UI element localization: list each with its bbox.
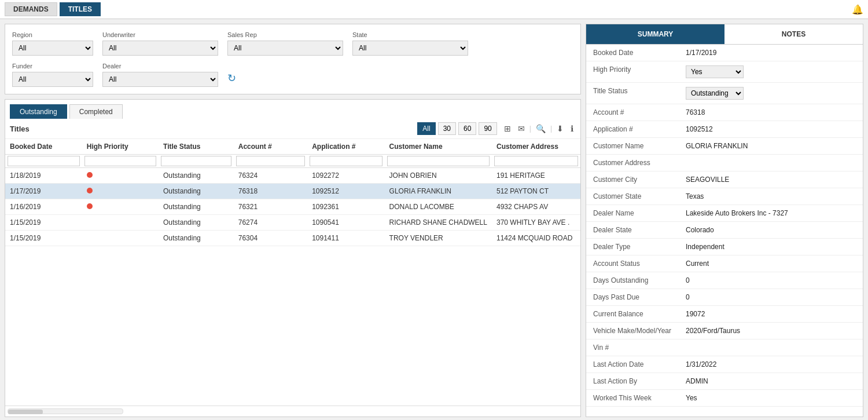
horizontal-scrollbar[interactable] [8, 408, 123, 414]
cell-high-priority [82, 199, 159, 215]
summary-field-label: Title Status [593, 87, 686, 95]
summary-field-label: Account # [593, 108, 686, 116]
summary-field-label: Booked Date [593, 49, 686, 57]
filter-group-region: Region All [12, 31, 93, 56]
table-row[interactable]: 1/18/2019Outstanding763241092272JOHN OBR… [5, 168, 580, 184]
table-toolbar: Titles All 30 60 90 ⊞ ✉ | 🔍 | ⬇ ℹ [5, 119, 580, 139]
cell-booked-date: 1/17/2019 [5, 184, 82, 199]
priority-dot [87, 188, 93, 193]
table-body: 1/18/2019Outstanding763241092272JOHN OBR… [5, 168, 580, 246]
info-icon[interactable]: ℹ [568, 123, 576, 134]
summary-row: Booked Date1/17/2019 [586, 45, 863, 61]
filter-booked-date[interactable] [8, 156, 80, 166]
cell-customer-address: 512 PAYTON CT [492, 184, 580, 199]
tab-outstanding[interactable]: Outstanding [10, 104, 67, 119]
tab-completed[interactable]: Completed [69, 104, 123, 119]
column-filters [5, 155, 580, 168]
summary-field-value: 1/31/2022 [686, 360, 856, 368]
table-row[interactable]: 1/17/2019Outstanding763181092512GLORIA F… [5, 184, 580, 199]
summary-row: Dealer TypeIndependent [586, 239, 863, 255]
cell-application-num: 1092272 [307, 168, 384, 184]
col-application-num: Application # [307, 139, 384, 155]
region-select[interactable]: All [12, 41, 93, 56]
cell-title-status: Outstanding [159, 231, 234, 246]
cell-application-num: 1092361 [307, 199, 384, 215]
table-row[interactable]: 1/15/2019Outstanding762741090541RICHARD … [5, 215, 580, 231]
filter-60-btn[interactable]: 60 [458, 122, 476, 135]
filter-30-btn[interactable]: 30 [438, 122, 456, 135]
export-icon[interactable]: ✉ [516, 123, 527, 134]
cell-high-priority [82, 231, 159, 246]
summary-field-value: Texas [686, 192, 856, 200]
summary-select-title-status[interactable]: OutstandingCompleted [686, 87, 744, 100]
refresh-button[interactable]: ↻ [227, 72, 236, 87]
nav-tabs: DEMANDS TITLES [5, 2, 101, 16]
region-label: Region [12, 31, 93, 38]
scrollbar-thumb [8, 410, 43, 414]
priority-dot [87, 172, 93, 178]
column-headers: Booked Date High Priority Title Status A… [5, 139, 580, 155]
underwriter-select[interactable]: All [102, 41, 218, 56]
salesrep-select[interactable]: All [227, 41, 343, 56]
tab-demands[interactable]: DEMANDS [5, 2, 57, 16]
table-section: Outstanding Completed Titles All 30 60 9… [5, 99, 581, 417]
table-row[interactable]: 1/15/2019Outstanding763041091411TROY VEN… [5, 231, 580, 246]
dealer-select[interactable]: All [102, 72, 218, 87]
underwriter-label: Underwriter [102, 31, 218, 38]
summary-field-value: 2020/Ford/Taurus [686, 327, 856, 335]
funder-select[interactable]: All [12, 72, 93, 87]
summary-field-label: Days Past Due [593, 293, 686, 301]
cell-account-num: 76274 [234, 215, 307, 231]
filter-box: Region All Underwriter All Sales Rep All [5, 24, 581, 94]
summary-field-label: Application # [593, 125, 686, 133]
summary-field-label: Days Outstanding [593, 276, 686, 284]
filter-application-num[interactable] [310, 156, 382, 166]
filter-90-btn[interactable]: 90 [479, 122, 496, 135]
cell-title-status: Outstanding [159, 184, 234, 199]
filter-account-num[interactable] [236, 156, 305, 166]
main-layout: Region All Underwriter All Sales Rep All [0, 19, 868, 420]
filter-all-btn[interactable]: All [417, 122, 435, 135]
filter-customer-name[interactable] [387, 156, 490, 166]
filter-title-status[interactable] [161, 156, 231, 166]
summary-row: Days Past Due0 [586, 289, 863, 306]
tab-titles[interactable]: TITLES [60, 2, 101, 16]
summary-field-label: Current Balance [593, 310, 686, 318]
filter-high-priority[interactable] [84, 156, 156, 166]
cell-account-num: 76318 [234, 184, 307, 199]
table-title: Titles [10, 125, 30, 133]
search-icon[interactable]: 🔍 [534, 123, 548, 134]
filter-customer-address[interactable] [494, 156, 578, 166]
columns-icon[interactable]: ⊞ [502, 123, 513, 134]
summary-row: Days Outstanding0 [586, 272, 863, 289]
summary-field-label: Customer State [593, 192, 686, 200]
state-label: State [352, 31, 468, 38]
summary-tabs: SUMMARY NOTES [586, 24, 863, 45]
summary-row: Customer NameGLORIA FRANKLIN [586, 138, 863, 155]
summary-row: Account StatusCurrent [586, 255, 863, 272]
summary-select-high-priority[interactable]: YesNo [686, 65, 744, 78]
summary-row: Customer Address [586, 155, 863, 171]
cell-booked-date: 1/18/2019 [5, 168, 82, 184]
cell-account-num: 76321 [234, 199, 307, 215]
cell-customer-name: JOHN OBRIEN [385, 168, 492, 184]
summary-body: Booked Date1/17/2019High PriorityYesNoTi… [586, 45, 863, 417]
summary-row: Dealer NameLakeside Auto Brokers Inc - 7… [586, 205, 863, 222]
tab-summary[interactable]: SUMMARY [586, 24, 724, 44]
summary-field-value: 0 [686, 293, 856, 301]
summary-field-label: Dealer State [593, 226, 686, 234]
summary-field-label: Dealer Name [593, 209, 686, 217]
cell-customer-address: 370 WHITLY BAY AVE . [492, 215, 580, 231]
tab-notes[interactable]: NOTES [724, 24, 863, 44]
summary-row: Current Balance19072 [586, 306, 863, 323]
table-row[interactable]: 1/16/2019Outstanding763211092361DONALD L… [5, 199, 580, 215]
download-icon[interactable]: ⬇ [554, 123, 566, 134]
cell-booked-date: 1/16/2019 [5, 199, 82, 215]
bell-icon[interactable]: 🔔 [852, 4, 863, 15]
summary-row: High PriorityYesNo [586, 61, 863, 83]
filter-group-dealer: Dealer All [102, 63, 218, 87]
state-select[interactable]: All [352, 41, 468, 56]
filter-group-funder: Funder All [12, 63, 93, 87]
cell-account-num: 76304 [234, 231, 307, 246]
cell-account-num: 76324 [234, 168, 307, 184]
